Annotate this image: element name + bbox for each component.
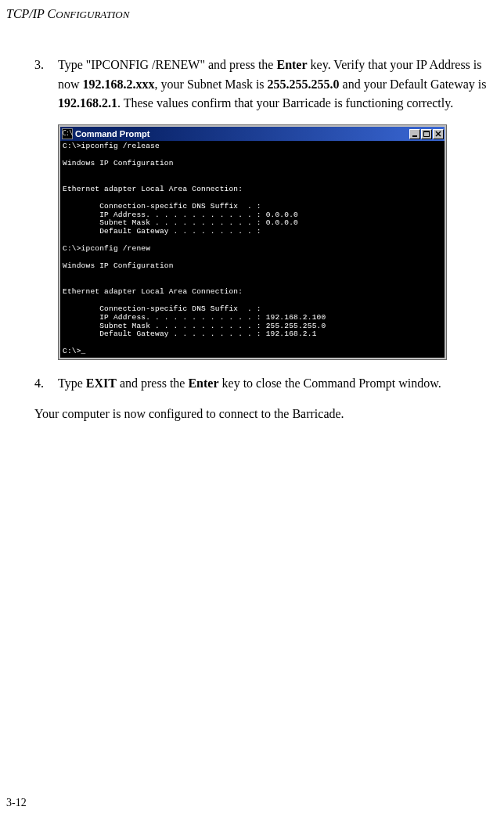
step3-bold-enter: Enter bbox=[276, 58, 307, 71]
step3-bold-ip: 192.168.2.xxx bbox=[83, 77, 155, 91]
instruction-list: 3. Type "IPCONFIG /RENEW" and press the … bbox=[34, 56, 498, 113]
step3-text-d: and your Default Gateway is bbox=[340, 77, 487, 91]
step3-text-c: , your Subnet Mask is bbox=[155, 77, 268, 91]
svg-rect-0 bbox=[412, 135, 417, 137]
window-title: Command Prompt bbox=[75, 128, 409, 141]
step-4: 4. Type EXIT and press the Enter key to … bbox=[34, 374, 498, 394]
instruction-list-cont: 4. Type EXIT and press the Enter key to … bbox=[34, 374, 498, 394]
step3-text-e: . These values confirm that your Barrica… bbox=[117, 96, 453, 110]
step4-text-c: key to close the Command Prompt window. bbox=[219, 376, 441, 390]
running-header: TCP/IP CONFIGURATION bbox=[0, 0, 504, 24]
step-4-body: Type EXIT and press the Enter key to clo… bbox=[58, 376, 441, 390]
command-prompt-window: C:\ Command Prompt C:\>ipconfig /release… bbox=[58, 124, 447, 360]
page-content: 3. Type "IPCONFIG /RENEW" and press the … bbox=[0, 24, 504, 424]
maximize-button[interactable] bbox=[421, 129, 432, 139]
step4-bold-exit: EXIT bbox=[86, 376, 117, 390]
step3-bold-mask: 255.255.255.0 bbox=[268, 77, 340, 91]
close-icon bbox=[435, 131, 441, 137]
step4-bold-enter: Enter bbox=[188, 376, 218, 390]
close-button[interactable] bbox=[433, 129, 444, 139]
step4-text-a: Type bbox=[58, 376, 86, 390]
step4-text-b: and press the bbox=[117, 376, 189, 390]
step3-bold-gw: 192.168.2.1 bbox=[58, 96, 117, 110]
terminal-output: C:\>ipconfig /release Windows IP Configu… bbox=[60, 141, 445, 358]
page-number: 3-12 bbox=[6, 794, 27, 812]
minimize-icon bbox=[412, 131, 418, 137]
closing-paragraph: Your computer is now configured to conne… bbox=[34, 405, 498, 424]
running-title-text: TCP/IP CONFIGURATION bbox=[6, 7, 129, 20]
cmd-icon: C:\ bbox=[62, 128, 73, 139]
step3-text-a: Type "IPCONFIG /RENEW" and press the bbox=[58, 58, 276, 71]
maximize-icon bbox=[423, 131, 430, 137]
step-3: 3. Type "IPCONFIG /RENEW" and press the … bbox=[34, 56, 498, 113]
step-3-number: 3. bbox=[34, 56, 44, 75]
svg-rect-2 bbox=[423, 131, 430, 132]
step-3-body: Type "IPCONFIG /RENEW" and press the Ent… bbox=[58, 58, 487, 110]
window-titlebar: C:\ Command Prompt bbox=[60, 127, 445, 141]
step-4-number: 4. bbox=[34, 374, 44, 394]
minimize-button[interactable] bbox=[409, 129, 420, 139]
